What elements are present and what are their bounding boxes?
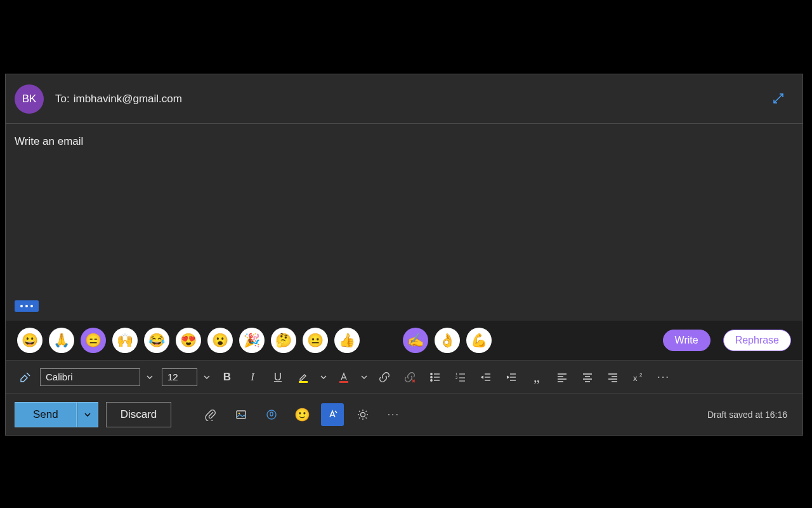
send-options-dropdown[interactable]: [77, 402, 98, 427]
emoji-party[interactable]: 🎉: [239, 328, 265, 353]
align-right-button[interactable]: [602, 366, 624, 388]
indent-button[interactable]: [501, 366, 522, 388]
svg-line-43: [359, 417, 360, 418]
font-name-select[interactable]: Calibri: [40, 368, 140, 386]
emoji-pray[interactable]: 🙏: [49, 328, 74, 353]
ai-write-button[interactable]: Write: [663, 330, 710, 351]
align-center-button[interactable]: [577, 366, 598, 388]
svg-line-42: [366, 417, 367, 418]
emoji-row: 😀 🙏 😑 🙌 😂 😍 😮 🎉 🤔 😐 👍 ✍️ 👌 💪 Write Rephr…: [6, 321, 802, 360]
ai-rephrase-button[interactable]: Rephrase: [723, 330, 791, 351]
emoji-raised-hands[interactable]: 🙌: [112, 328, 138, 353]
font-size-select[interactable]: 12: [162, 368, 197, 386]
numbered-list-button[interactable]: 12: [450, 366, 471, 388]
highlight-color-dropdown-icon[interactable]: [318, 368, 329, 386]
emoji-thumbs-up[interactable]: 👍: [334, 328, 360, 353]
emoji-writing-hand[interactable]: ✍️: [403, 328, 428, 353]
compose-header: BK To: imbhavink@gmail.com: [6, 74, 802, 124]
attach-file-icon[interactable]: [199, 403, 222, 426]
font-size-value: 12: [167, 371, 178, 382]
svg-text:2: 2: [639, 372, 643, 378]
emoji-grinning[interactable]: 😀: [17, 328, 43, 353]
emoji-open-mouth[interactable]: 😮: [207, 328, 233, 353]
svg-point-34: [239, 412, 240, 414]
draft-status: Draft saved at 16:16: [707, 410, 794, 420]
emoji-thinking[interactable]: 🤔: [271, 328, 296, 353]
emoji-joy[interactable]: 😂: [144, 328, 169, 353]
trimmed-content-toggle[interactable]: [15, 300, 39, 312]
svg-point-4: [431, 379, 432, 380]
svg-text:x: x: [633, 373, 638, 383]
editor-immersive-icon[interactable]: [321, 403, 344, 426]
svg-text:2: 2: [455, 376, 458, 380]
compose-window: BK To: imbhavink@gmail.com Write an emai…: [5, 74, 803, 436]
more-format-button[interactable]: ···: [653, 366, 674, 388]
font-size-dropdown-icon[interactable]: [201, 368, 213, 386]
bold-button[interactable]: B: [216, 366, 238, 388]
svg-line-41: [359, 411, 360, 412]
action-toolbar: Send Discard 🙂 ··· Draft saved at 16:16: [6, 393, 802, 435]
svg-point-36: [361, 412, 365, 417]
expand-window-icon[interactable]: [772, 92, 785, 105]
to-label: To:: [55, 93, 70, 105]
italic-button[interactable]: I: [242, 366, 263, 388]
font-color-button[interactable]: [333, 366, 355, 388]
format-toolbar: Calibri 12 B I U: [6, 360, 802, 393]
svg-point-35: [267, 410, 276, 419]
more-actions-button[interactable]: ···: [382, 403, 405, 426]
svg-point-2: [431, 373, 432, 374]
dictate-icon[interactable]: [260, 403, 283, 426]
avatar-initials: BK: [22, 93, 37, 105]
align-left-button[interactable]: [551, 366, 573, 388]
remove-link-button[interactable]: [399, 366, 421, 388]
insert-emoji-icon[interactable]: 🙂: [291, 403, 313, 426]
compose-body[interactable]: Write an email: [6, 124, 802, 321]
highlight-color-button[interactable]: [292, 366, 314, 388]
font-name-dropdown-icon[interactable]: [144, 368, 155, 386]
underline-button[interactable]: U: [267, 366, 289, 388]
discard-button[interactable]: Discard: [106, 402, 172, 427]
emoji-ok-hand[interactable]: 👌: [435, 328, 460, 353]
emoji-neutral[interactable]: 😐: [303, 328, 328, 353]
svg-line-44: [366, 411, 367, 412]
emoji-flex[interactable]: 💪: [466, 328, 492, 353]
format-painter-icon[interactable]: [15, 366, 36, 388]
svg-rect-1: [339, 381, 348, 383]
font-name-value: Calibri: [46, 371, 73, 382]
font-color-dropdown-icon[interactable]: [358, 368, 370, 386]
svg-rect-33: [237, 411, 246, 418]
outdent-button[interactable]: [475, 366, 497, 388]
body-text: Write an email: [15, 135, 794, 148]
theme-toggle-icon[interactable]: [351, 403, 374, 426]
send-button-group: Send: [15, 402, 98, 427]
avatar: BK: [15, 84, 44, 114]
send-button[interactable]: Send: [15, 402, 77, 427]
emoji-heart-eyes[interactable]: 😍: [176, 328, 201, 353]
insert-link-button[interactable]: [374, 366, 395, 388]
bullet-list-button[interactable]: [424, 366, 446, 388]
quote-button[interactable]: „: [526, 366, 547, 388]
insert-picture-icon[interactable]: [230, 403, 252, 426]
to-field-value[interactable]: imbhavink@gmail.com: [74, 93, 182, 105]
emoji-expressionless[interactable]: 😑: [81, 328, 106, 353]
svg-rect-0: [299, 381, 308, 383]
superscript-button[interactable]: x2: [627, 366, 649, 388]
svg-point-3: [431, 376, 432, 377]
